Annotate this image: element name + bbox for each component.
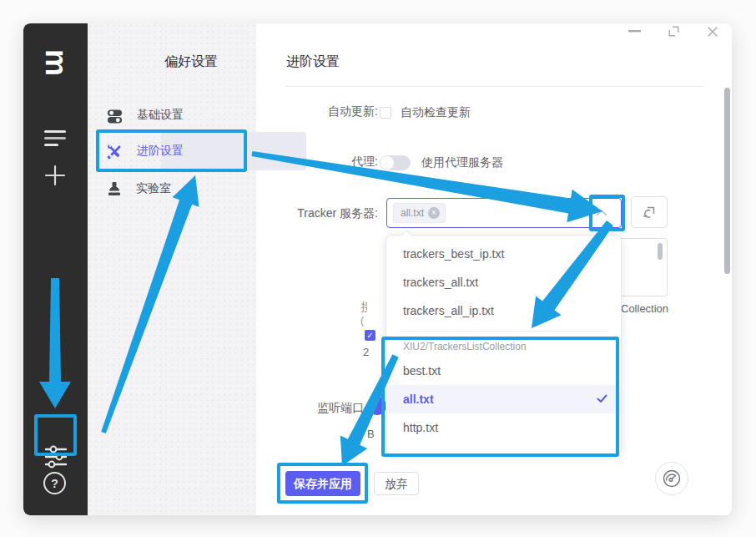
listen-port-label: 监听端口 bbox=[317, 401, 364, 416]
title-divider bbox=[286, 86, 703, 87]
proxy-toggle[interactable] bbox=[380, 155, 411, 170]
toggle-knob bbox=[381, 156, 394, 170]
help-question-icon: ? bbox=[51, 477, 58, 490]
motrix-logo-icon: m bbox=[40, 47, 72, 79]
dropdown-option-selected[interactable]: all.txt bbox=[386, 385, 621, 413]
speed-limit-button[interactable] bbox=[655, 462, 688, 495]
selected-tag: all.txt × bbox=[393, 203, 446, 223]
close-icon[interactable] bbox=[707, 26, 718, 38]
chevron-up-icon[interactable] bbox=[596, 209, 607, 216]
toggles-icon bbox=[107, 108, 123, 124]
dropdown-option[interactable]: best.txt bbox=[386, 357, 621, 385]
clipped-text-fragment: 接 bbox=[360, 300, 367, 314]
textarea-scrollbar[interactable] bbox=[658, 243, 663, 260]
dropdown-group-label: XIU2/TrackersListCollection bbox=[386, 337, 621, 357]
clipped-text-fragment: 2 bbox=[363, 346, 369, 358]
tracker-select[interactable]: all.txt × bbox=[386, 198, 622, 228]
app-window: m ? 偏好设置 bbox=[23, 23, 732, 515]
auto-update-label: 自动更新: bbox=[328, 104, 378, 119]
sync-trackers-button[interactable] bbox=[631, 196, 668, 228]
auto-check-update-text[interactable]: 自动检查更新 bbox=[401, 105, 471, 120]
task-list-icon[interactable] bbox=[43, 129, 67, 150]
discard-button[interactable]: 放弃 bbox=[374, 472, 419, 495]
toggle-on-fragment bbox=[368, 397, 386, 415]
preferences-title: 偏好设置 bbox=[164, 53, 218, 71]
sidebar-item-label: 基础设置 bbox=[137, 108, 184, 123]
checked-checkbox-fragment: ✓ bbox=[365, 330, 375, 341]
tag-close-icon[interactable]: × bbox=[428, 207, 440, 219]
dropdown-divider bbox=[400, 331, 607, 332]
tracker-server-label: Tracker 服务器: bbox=[297, 206, 378, 221]
dropdown-option[interactable]: trackers_all.txt bbox=[386, 268, 621, 296]
proxy-toggle-text: 使用代理服务器 bbox=[421, 155, 503, 170]
clipped-text-fragment: ( bbox=[360, 315, 367, 327]
add-task-icon[interactable] bbox=[43, 164, 67, 187]
sync-refresh-icon bbox=[643, 205, 657, 220]
proxy-label: 代理: bbox=[351, 155, 378, 170]
checkmark-icon bbox=[597, 394, 607, 403]
trackers-collection-link-fragment[interactable]: Collection bbox=[621, 302, 668, 315]
dropdown-option-label: all.txt bbox=[403, 393, 434, 406]
dropdown-option[interactable]: http.txt bbox=[386, 413, 621, 442]
maximize-icon[interactable] bbox=[668, 26, 679, 37]
sidebar-item-basic-settings[interactable]: 基础设置 bbox=[107, 107, 184, 124]
minimize-icon[interactable] bbox=[627, 28, 642, 33]
tracker-dropdown: trackers_best_ip.txt trackers_all.txt tr… bbox=[386, 235, 622, 455]
lab-stamp-icon bbox=[107, 181, 122, 197]
wrench-icon bbox=[107, 144, 123, 160]
sidebar-item-label: 实验室 bbox=[136, 181, 171, 196]
preferences-sidebar: 偏好设置 基础设置 bbox=[88, 23, 256, 515]
page: m ? 偏好设置 bbox=[0, 0, 756, 537]
sidebar-item-lab[interactable]: 实验室 bbox=[107, 180, 171, 197]
page-title: 进阶设置 bbox=[286, 53, 340, 71]
preferences-sliders-icon[interactable] bbox=[44, 445, 68, 469]
sidebar-item-advanced-settings[interactable]: 进阶设置 bbox=[107, 143, 184, 160]
sidebar-item-label: 进阶设置 bbox=[137, 144, 184, 159]
speedometer-icon bbox=[662, 469, 682, 489]
app-sidebar: m ? bbox=[23, 23, 88, 515]
help-button[interactable]: ? bbox=[43, 472, 66, 494]
clipped-text-fragment: B bbox=[367, 428, 375, 440]
save-apply-button[interactable]: 保存并应用 bbox=[285, 471, 360, 496]
tag-label: all.txt bbox=[401, 207, 424, 219]
dropdown-option[interactable]: trackers_best_ip.txt bbox=[386, 240, 621, 268]
window-scrollbar[interactable] bbox=[724, 88, 730, 274]
dropdown-option[interactable]: trackers_all_ip.txt bbox=[386, 296, 621, 325]
auto-check-update-checkbox[interactable] bbox=[380, 107, 391, 119]
